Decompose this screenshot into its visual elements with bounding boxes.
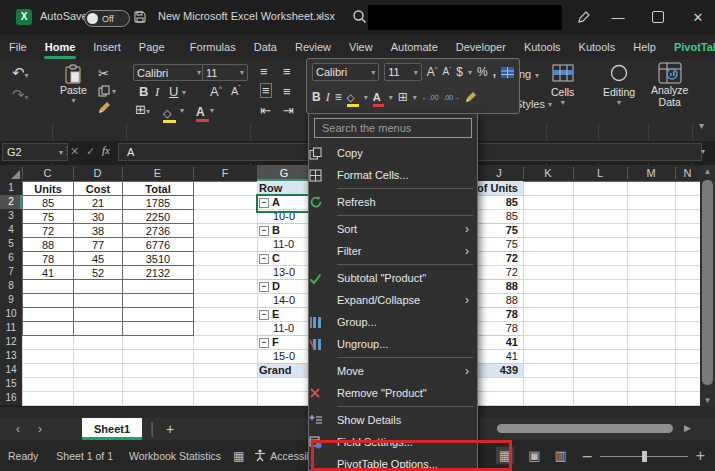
mini-comma-icon[interactable]: ,: [493, 65, 496, 79]
cell-E8[interactable]: [122, 279, 194, 294]
font-size-select[interactable]: 11▾: [202, 64, 248, 81]
menu-item-copy[interactable]: Copy: [309, 142, 477, 164]
cell-E6[interactable]: 3510: [122, 251, 194, 266]
cell-D2[interactable]: 21: [73, 195, 123, 210]
zoom-out-button[interactable]: –: [583, 447, 592, 465]
view-page-break-icon[interactable]: ▥: [554, 448, 566, 463]
menu-item-ungroup[interactable]: Ungroup...: [309, 333, 477, 355]
ribbon-tab-insert[interactable]: Insert: [84, 35, 130, 60]
mini-borders-icon[interactable]: ⊞: [398, 90, 408, 104]
mini-fill-color-icon[interactable]: ◇: [347, 87, 359, 107]
row-header-3[interactable]: 3: [0, 209, 22, 223]
cell-C9[interactable]: [22, 293, 74, 308]
cell-E10[interactable]: [122, 307, 194, 322]
display-settings-icon[interactable]: ▦: [233, 449, 244, 463]
pen-icon[interactable]: [576, 10, 591, 25]
cell-C10[interactable]: [22, 307, 74, 322]
align-middle-icon[interactable]: ≡: [283, 64, 291, 79]
menu-item-subtotal-product[interactable]: Subtotal "Product": [309, 267, 477, 289]
cell-G1-row-labels[interactable]: Row Labels: [257, 181, 311, 195]
ribbon-tab-home[interactable]: Home: [36, 35, 85, 60]
ribbon-tab-formulas[interactable]: Formulas: [181, 35, 245, 60]
cell-E1[interactable]: Total: [122, 181, 194, 196]
mini-format-table-icon[interactable]: [501, 67, 514, 78]
borders-icon[interactable]: ⊞▾: [135, 102, 150, 117]
mini-decrease-decimal-icon[interactable]: ←.00: [422, 94, 439, 101]
cell-C1[interactable]: Units: [22, 181, 74, 196]
menu-item-format-cells[interactable]: Format Cells...: [309, 164, 477, 186]
cancel-entry-icon[interactable]: ✕: [70, 145, 79, 158]
column-header-E[interactable]: E: [122, 165, 193, 181]
view-page-layout-icon[interactable]: ▣: [528, 448, 540, 463]
mini-percent-icon[interactable]: %: [477, 65, 488, 79]
column-header-K[interactable]: K: [523, 165, 573, 181]
zoom-in-button[interactable]: +: [696, 447, 705, 465]
format-painter-icon[interactable]: [98, 101, 111, 114]
zoom-slider-thumb[interactable]: [642, 451, 647, 462]
vertical-scrollbar[interactable]: ▲ ▼: [700, 165, 715, 407]
cell-D3[interactable]: 30: [73, 209, 123, 224]
mini-bold-button[interactable]: B: [312, 90, 321, 104]
column-header-N[interactable]: N: [675, 165, 700, 181]
row-header-5[interactable]: 5: [0, 237, 22, 251]
row-header-12[interactable]: 12: [0, 335, 22, 349]
cell-G12[interactable]: −F: [257, 335, 311, 349]
confirm-entry-icon[interactable]: ✓: [86, 145, 95, 158]
paste-button[interactable]: Paste▾: [60, 64, 87, 105]
redo-icon[interactable]: ↷▾: [12, 86, 29, 104]
analyze-data-button[interactable]: Analyze Data: [651, 62, 688, 108]
column-header-D[interactable]: D: [73, 165, 122, 181]
increase-indent-icon[interactable]: ⇥: [283, 103, 294, 118]
cell-C6[interactable]: 78: [22, 251, 74, 266]
cut-icon[interactable]: ✂: [98, 66, 109, 81]
font-color-icon[interactable]: A: [196, 102, 209, 122]
maximize-button[interactable]: [638, 0, 678, 34]
ribbon-tab-data[interactable]: Data: [245, 35, 286, 60]
scroll-down-icon[interactable]: ▼: [700, 396, 715, 405]
fill-color-icon[interactable]: ◇: [163, 103, 176, 123]
editing-button[interactable]: Editing▾: [603, 64, 635, 107]
menu-item-refresh[interactable]: Refresh: [309, 191, 477, 213]
select-all-corner[interactable]: [0, 165, 22, 181]
ribbon-tab-help[interactable]: Help: [624, 35, 665, 60]
fx-icon[interactable]: fx: [102, 144, 110, 156]
cell-G8[interactable]: −D: [257, 279, 311, 293]
scroll-right-icon[interactable]: ▶: [684, 423, 691, 433]
search-icon[interactable]: [352, 9, 367, 24]
fill-color-chevron-icon[interactable]: ▾: [180, 106, 184, 115]
horizontal-scroll-thumb[interactable]: [497, 424, 673, 433]
italic-button[interactable]: I: [155, 84, 159, 100]
increase-font-icon[interactable]: A^: [210, 84, 222, 99]
cell-D10[interactable]: [73, 307, 123, 322]
row-header-15[interactable]: 15: [0, 377, 22, 391]
mini-currency-icon[interactable]: $: [456, 65, 463, 79]
cell-E3[interactable]: 2250: [122, 209, 194, 224]
row-header-13[interactable]: 13: [0, 349, 22, 363]
font-color-chevron-icon[interactable]: ▾: [210, 106, 214, 115]
row-header-6[interactable]: 6: [0, 251, 22, 265]
autosave-toggle[interactable]: Off: [84, 10, 130, 27]
conditional-formatting-fragment[interactable]: ng: [519, 68, 531, 80]
cell-G14[interactable]: Grand Total: [257, 363, 311, 377]
column-header-J[interactable]: J: [475, 165, 523, 181]
cell-C7[interactable]: 41: [22, 265, 74, 280]
menu-item-group[interactable]: Group...: [309, 311, 477, 333]
cell-D5[interactable]: 77: [73, 237, 123, 252]
align-center-icon[interactable]: ≡: [283, 84, 291, 99]
document-title[interactable]: New Microsoft Excel Worksheet.xlsx: [158, 10, 335, 22]
underline-button[interactable]: U: [169, 84, 178, 99]
cell-D6[interactable]: 45: [73, 251, 123, 266]
row-header-9[interactable]: 9: [0, 293, 22, 307]
mini-align-icon[interactable]: ≡: [335, 90, 342, 104]
cell-C4[interactable]: 72: [22, 223, 74, 238]
mini-decrease-font-icon[interactable]: Aˇ: [443, 66, 452, 77]
sheet-tab-active[interactable]: Sheet1: [82, 418, 142, 440]
menu-search-input[interactable]: Search the menus: [314, 118, 472, 138]
cell-D1[interactable]: Cost: [73, 181, 123, 196]
row-header-4[interactable]: 4: [0, 223, 22, 237]
cell-E11[interactable]: [122, 321, 194, 336]
formula-bar-expand-chevron-icon[interactable]: ▾: [701, 147, 705, 156]
cell-D8[interactable]: [73, 279, 123, 294]
column-header-M[interactable]: M: [627, 165, 675, 181]
row-header-8[interactable]: 8: [0, 279, 22, 293]
